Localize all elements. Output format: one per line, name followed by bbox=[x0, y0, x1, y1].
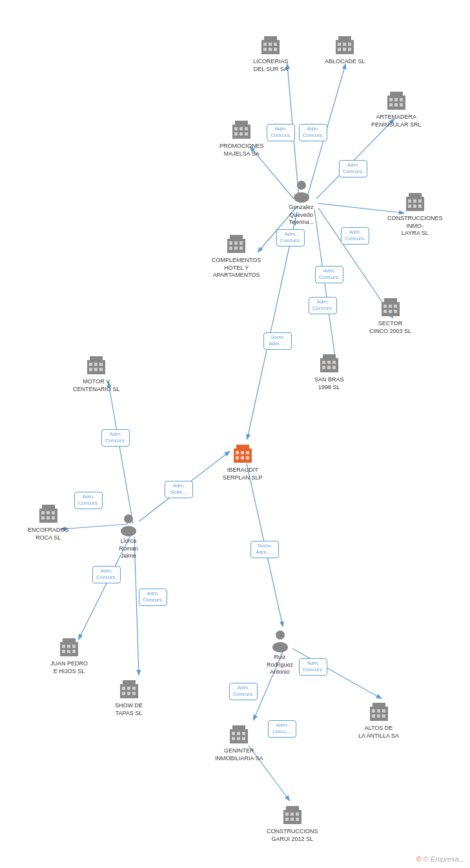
svg-rect-83 bbox=[332, 366, 336, 369]
svg-rect-139 bbox=[237, 732, 240, 735]
svg-rect-75 bbox=[394, 310, 397, 313]
svg-point-108 bbox=[124, 514, 133, 523]
svg-rect-114 bbox=[72, 645, 76, 648]
node-juan-pedro: JUAN PEDRO E HIJOS SL bbox=[50, 636, 88, 675]
svg-rect-142 bbox=[237, 737, 240, 740]
svg-rect-18 bbox=[261, 40, 280, 54]
svg-rect-47 bbox=[408, 205, 411, 208]
svg-rect-132 bbox=[382, 709, 385, 712]
svg-point-109 bbox=[121, 526, 136, 536]
svg-rect-76 bbox=[320, 358, 338, 372]
svg-rect-144 bbox=[283, 810, 301, 824]
node-iberaudit: IBERAUDIT SERPLAN SLP bbox=[223, 442, 263, 481]
badge-adm-concurs-2: Adm.Concurs. bbox=[299, 124, 327, 141]
svg-rect-93 bbox=[236, 445, 249, 450]
node-llorca: Llorca Roman Jaime bbox=[118, 513, 139, 560]
svg-point-126 bbox=[276, 631, 285, 640]
svg-rect-131 bbox=[377, 709, 380, 712]
svg-rect-112 bbox=[62, 645, 65, 648]
svg-rect-78 bbox=[322, 361, 325, 364]
badge-socio-adm-2: Socio,Adm. ... bbox=[250, 541, 279, 558]
badge-adm-concurs-7: Adm.Concurs. bbox=[309, 297, 337, 314]
node-show-tapas: SHOW DE TAPAS SL bbox=[115, 678, 143, 717]
svg-rect-57 bbox=[245, 132, 248, 136]
svg-rect-130 bbox=[372, 709, 375, 712]
svg-rect-68 bbox=[382, 302, 400, 316]
svg-rect-97 bbox=[236, 456, 239, 459]
svg-rect-88 bbox=[99, 363, 103, 366]
svg-rect-121 bbox=[127, 687, 130, 690]
svg-rect-150 bbox=[291, 818, 294, 821]
svg-rect-53 bbox=[240, 127, 243, 130]
badge-adm-concurs-8: Adm.Concurs. bbox=[101, 429, 130, 447]
svg-rect-98 bbox=[241, 456, 244, 459]
svg-rect-149 bbox=[285, 818, 289, 821]
svg-rect-33 bbox=[348, 48, 351, 51]
svg-rect-19 bbox=[264, 36, 277, 41]
svg-rect-27 bbox=[338, 36, 351, 41]
svg-rect-70 bbox=[383, 305, 387, 308]
svg-rect-136 bbox=[230, 729, 248, 743]
svg-point-58 bbox=[297, 181, 306, 190]
svg-rect-91 bbox=[99, 368, 103, 371]
svg-rect-118 bbox=[120, 684, 138, 698]
svg-rect-90 bbox=[94, 368, 97, 371]
svg-rect-141 bbox=[232, 737, 235, 740]
svg-rect-84 bbox=[87, 360, 105, 374]
svg-point-127 bbox=[272, 642, 288, 652]
svg-rect-45 bbox=[413, 199, 416, 203]
svg-rect-145 bbox=[286, 806, 299, 811]
svg-rect-96 bbox=[246, 451, 249, 454]
svg-rect-49 bbox=[418, 205, 422, 208]
svg-rect-48 bbox=[413, 205, 416, 208]
badge-adm-concurs-4: Adm.Concurs. bbox=[341, 227, 369, 245]
svg-rect-77 bbox=[323, 354, 336, 359]
svg-rect-52 bbox=[234, 127, 238, 130]
svg-rect-103 bbox=[46, 511, 50, 514]
svg-rect-140 bbox=[242, 732, 245, 735]
svg-rect-46 bbox=[418, 199, 422, 203]
diagram: LICORERIAS DEL SUR SA ABLOCADE SL ARTEMA bbox=[0, 0, 470, 868]
svg-rect-106 bbox=[46, 516, 50, 520]
badge-adm-concurs-1: Adm.Concurs. bbox=[267, 124, 295, 141]
svg-rect-55 bbox=[234, 132, 238, 136]
svg-rect-51 bbox=[235, 121, 248, 126]
badge-adm-concurs-5: Adm.Concurs. bbox=[276, 229, 305, 247]
svg-rect-92 bbox=[234, 449, 252, 463]
svg-rect-22 bbox=[274, 43, 277, 46]
node-motor-centenario: MOTOR V CENTENARIO SL bbox=[73, 354, 120, 393]
svg-rect-29 bbox=[343, 43, 346, 46]
svg-rect-105 bbox=[41, 516, 45, 520]
svg-rect-38 bbox=[400, 98, 403, 101]
badge-adm-concurs-9: Adm.Concurs. bbox=[74, 492, 103, 509]
node-encofrados-roca: ENCOFRADOS ROCA SL bbox=[28, 502, 69, 541]
svg-rect-99 bbox=[246, 456, 249, 459]
node-licorerias: LICORERIAS DEL SUR SA bbox=[253, 34, 289, 73]
watermark: © © Empresa... bbox=[416, 855, 465, 863]
svg-rect-54 bbox=[245, 127, 248, 130]
svg-rect-72 bbox=[394, 305, 397, 308]
svg-line-9 bbox=[108, 383, 133, 524]
svg-rect-36 bbox=[389, 98, 393, 101]
svg-rect-61 bbox=[230, 235, 243, 240]
svg-rect-104 bbox=[52, 511, 55, 514]
svg-rect-63 bbox=[234, 241, 238, 245]
badge-adm-concurs-10: Adm.Concurs. bbox=[92, 566, 121, 583]
svg-rect-148 bbox=[296, 812, 299, 816]
node-promociones-majelsa: PROMOCIONES MAJELSA SA bbox=[220, 118, 264, 157]
svg-rect-89 bbox=[89, 368, 92, 371]
svg-point-59 bbox=[294, 192, 309, 203]
svg-rect-95 bbox=[241, 451, 244, 454]
svg-rect-147 bbox=[291, 812, 294, 816]
svg-rect-50 bbox=[232, 125, 250, 139]
svg-rect-94 bbox=[236, 451, 239, 454]
node-artemadera: ARTEMADERA PENINSULAR SRL bbox=[371, 89, 422, 128]
svg-rect-133 bbox=[372, 714, 375, 718]
svg-rect-115 bbox=[62, 650, 65, 653]
svg-rect-66 bbox=[234, 247, 238, 250]
svg-rect-85 bbox=[90, 356, 103, 361]
svg-rect-25 bbox=[274, 48, 277, 51]
svg-rect-21 bbox=[269, 43, 272, 46]
badge-adm-solid: Adm.Solid.... bbox=[165, 481, 193, 498]
svg-rect-120 bbox=[122, 687, 125, 690]
